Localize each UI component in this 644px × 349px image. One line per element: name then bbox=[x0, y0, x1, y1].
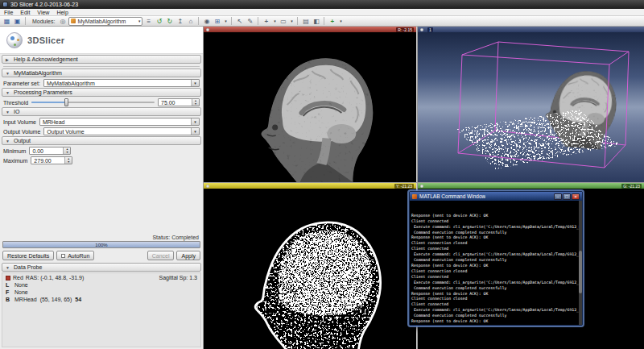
io-section-label: IO bbox=[14, 109, 19, 114]
maximize-button[interactable]: □ bbox=[563, 193, 571, 200]
pushpin-icon[interactable] bbox=[206, 28, 209, 31]
collapse-arrow-icon: ▼ bbox=[6, 71, 10, 76]
mouse-interaction-icon[interactable]: ↖ bbox=[235, 17, 244, 26]
maximum-spinbox[interactable]: 279.00 ▴▾ bbox=[31, 156, 72, 164]
green-slice-offset: G: -21.23 bbox=[621, 184, 642, 189]
yellow-slice-canvas[interactable] bbox=[204, 189, 416, 349]
minimize-button[interactable]: – bbox=[554, 193, 562, 200]
threshold-slider[interactable] bbox=[31, 98, 155, 106]
menu-item[interactable]: Edit bbox=[20, 10, 30, 15]
console-line: Client connected bbox=[411, 302, 580, 308]
probe-slice-info: Sagittal Sp: 1.3 bbox=[159, 275, 197, 280]
console-line: Response (sent to device ACK): OK bbox=[411, 292, 580, 297]
maximum-value: 279.00 bbox=[34, 158, 64, 164]
apply-button[interactable]: Apply bbox=[176, 251, 200, 260]
module-selector[interactable]: MyMatlabAlgorithm ▾ bbox=[68, 17, 142, 26]
toolbar-separator bbox=[258, 17, 258, 25]
help-section-header[interactable]: ▶ Help & Acknowledgement bbox=[2, 55, 201, 64]
red-slice-controller-bar[interactable]: R: -2.15 bbox=[204, 27, 416, 32]
toolbar-separator bbox=[297, 17, 298, 25]
threed-controller-bar[interactable]: 1 bbox=[418, 27, 644, 32]
output-volume-label: Output Volume bbox=[3, 129, 40, 135]
threshold-row: Threshold 75.00 ▴▾ bbox=[3, 98, 200, 106]
yellow-slice-view: Y: -21.23 bbox=[204, 183, 417, 349]
console-line: Execute command: cli_argswrite('C:/Users… bbox=[411, 252, 580, 258]
module-panel: 3DSlicer ▶ Help & Acknowledgement ▼ MyMa… bbox=[0, 27, 204, 349]
parameter-set-value: MyMatlabAlgorithm bbox=[47, 81, 95, 86]
crosshair-menu-arrow-icon[interactable]: ▾ bbox=[272, 19, 277, 23]
matlab-console-output[interactable]: Response (sent to device ACK): OKClient … bbox=[410, 201, 582, 325]
menu-item[interactable]: File bbox=[4, 10, 13, 15]
save-icon[interactable]: ▣ bbox=[13, 17, 22, 26]
red-slice-view: R: -2.15 bbox=[204, 27, 417, 182]
threshold-value: 75.00 bbox=[161, 100, 192, 106]
add-menu-arrow-icon[interactable]: ▾ bbox=[338, 19, 343, 23]
label-volume-icon[interactable]: ◧ bbox=[312, 17, 320, 26]
green-slice-controller-bar[interactable]: G: -21.23 bbox=[418, 183, 644, 189]
module-history-forward-icon[interactable]: ↻ bbox=[165, 17, 174, 26]
console-line: Command execution completed successfully bbox=[411, 314, 580, 319]
parameter-set-label: Parameter set: bbox=[3, 81, 40, 86]
output-volume-combobox[interactable]: Output Volume ▾ bbox=[43, 127, 200, 135]
restore-defaults-button[interactable]: Restore Defaults bbox=[2, 251, 54, 260]
input-volume-combobox[interactable]: MRHead ▾ bbox=[39, 118, 200, 126]
collapse-arrow-icon: ▶ bbox=[6, 57, 10, 62]
threed-canvas[interactable] bbox=[418, 32, 644, 182]
module-menu-icon[interactable]: ≡ bbox=[144, 17, 153, 26]
yellow-slice-offset: Y: -21.23 bbox=[394, 184, 414, 189]
module-level-up-icon[interactable]: ↥ bbox=[175, 17, 184, 26]
window-titlebar[interactable]: 3D Slicer 4.2.0-2013-06-23 bbox=[0, 0, 644, 9]
collapse-arrow-icon: ▼ bbox=[6, 90, 10, 95]
progress-bar: 100% bbox=[2, 241, 200, 248]
slicer-logo-icon bbox=[6, 32, 23, 48]
spin-down-icon[interactable]: ▾ bbox=[192, 102, 199, 106]
input-volume-label: Input Volume bbox=[3, 119, 36, 125]
autorun-checkbox[interactable] bbox=[61, 254, 65, 258]
console-line: Execute command: cli_argswrite('C:/Users… bbox=[411, 308, 580, 314]
threshold-spinbox[interactable]: 75.00 ▴▾ bbox=[158, 98, 200, 106]
maximum-row: Maximum 279.00 ▴▾ bbox=[3, 156, 200, 164]
close-button[interactable]: × bbox=[572, 193, 580, 200]
pencil-icon[interactable]: ✎ bbox=[246, 17, 254, 26]
autorun-button[interactable]: AutoRun bbox=[56, 251, 94, 260]
module-history-back-icon[interactable]: ↺ bbox=[155, 17, 163, 26]
chevron-down-icon: ▾ bbox=[191, 80, 199, 86]
screenshot-icon[interactable]: ◉ bbox=[202, 17, 211, 26]
spin-down-icon[interactable]: ▾ bbox=[64, 151, 70, 154]
add-icon[interactable]: + bbox=[328, 17, 336, 26]
scrollbar-thumb[interactable] bbox=[579, 251, 582, 294]
matlab-titlebar[interactable]: MATLAB Command Window – □ × bbox=[410, 192, 582, 201]
cancel-button[interactable]: Cancel bbox=[147, 251, 175, 260]
chevron-down-icon: ▾ bbox=[191, 128, 199, 135]
menu-item[interactable]: View bbox=[37, 10, 49, 15]
load-data-icon[interactable]: ▦ bbox=[2, 17, 11, 26]
pushpin-icon[interactable] bbox=[206, 185, 209, 188]
scrollbar[interactable] bbox=[579, 201, 582, 325]
pushpin-icon[interactable] bbox=[420, 28, 423, 31]
module-selector-value: MyMatlabAlgorithm bbox=[77, 19, 126, 24]
volume-icon[interactable]: ▤ bbox=[301, 17, 310, 26]
home-icon[interactable]: ⌂ bbox=[186, 17, 195, 26]
module-search-icon[interactable]: ◎ bbox=[58, 17, 67, 26]
red-slice-canvas[interactable] bbox=[204, 32, 416, 182]
crosshair-icon[interactable]: + bbox=[262, 17, 270, 26]
ruler-icon[interactable]: ▭ bbox=[279, 17, 287, 26]
processing-parameters-header[interactable]: ▼ Processing Parameters bbox=[2, 88, 201, 97]
data-probe-header[interactable]: ▼ Data Probe bbox=[2, 263, 201, 272]
spin-down-icon[interactable]: ▾ bbox=[65, 160, 72, 164]
console-line: Client connected bbox=[411, 247, 580, 252]
output-section-header[interactable]: ▼ Output bbox=[2, 136, 201, 145]
yellow-slice-controller-bar[interactable]: Y: -21.23 bbox=[204, 183, 416, 189]
io-section-header[interactable]: ▼ IO bbox=[2, 107, 201, 116]
pushpin-icon[interactable] bbox=[420, 185, 423, 188]
layout-icon[interactable]: ⊞ bbox=[213, 17, 221, 26]
menu-item[interactable]: Help bbox=[56, 10, 68, 15]
ruler-menu-arrow-icon[interactable]: ▾ bbox=[289, 19, 294, 23]
module-section-header[interactable]: ▼ MyMatlabAlgorithm bbox=[2, 69, 201, 77]
parameter-set-combobox[interactable]: MyMatlabAlgorithm ▾ bbox=[43, 79, 200, 87]
minimum-spinbox[interactable]: 0.00 ▴▾ bbox=[29, 147, 71, 155]
console-line: Response (sent to device ACK): OK bbox=[411, 214, 580, 219]
layout-menu-arrow-icon[interactable]: ▾ bbox=[223, 19, 228, 23]
module-icon bbox=[71, 19, 76, 23]
slider-handle[interactable] bbox=[64, 98, 68, 106]
